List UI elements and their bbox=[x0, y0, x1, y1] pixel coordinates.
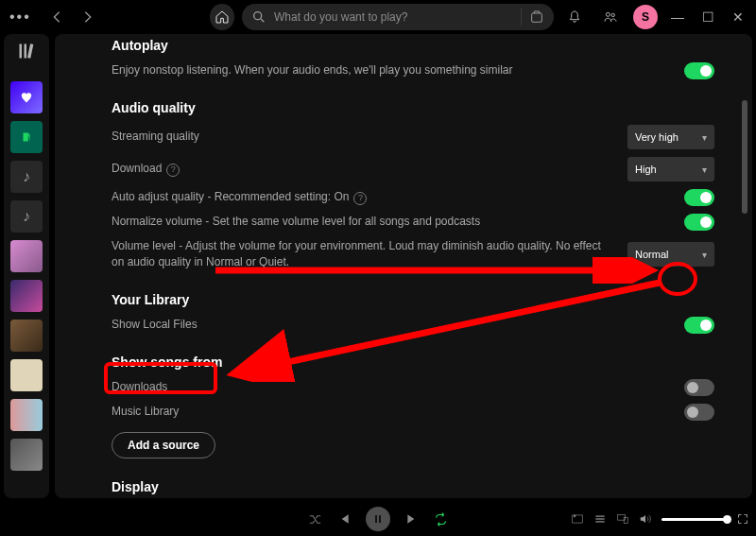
section-title-audio-quality: Audio quality bbox=[112, 100, 714, 115]
sidebar-item-album-6[interactable] bbox=[10, 439, 43, 471]
show-local-files-label: Show Local Files bbox=[112, 317, 684, 333]
sidebar-item-album-1[interactable] bbox=[10, 240, 43, 272]
sidebar-item-playlist-1[interactable]: ♪ bbox=[10, 161, 43, 193]
more-menu-icon[interactable]: ••• bbox=[9, 9, 31, 26]
next-button[interactable] bbox=[405, 512, 419, 526]
svg-rect-18 bbox=[624, 517, 627, 523]
svg-rect-2 bbox=[532, 13, 542, 22]
downloads-source-toggle[interactable] bbox=[684, 379, 714, 396]
chevron-down-icon: ▾ bbox=[702, 164, 707, 175]
show-local-files-toggle[interactable] bbox=[684, 317, 714, 334]
browse-icon[interactable] bbox=[529, 9, 544, 25]
sidebar-item-album-3[interactable] bbox=[10, 320, 43, 352]
svg-point-0 bbox=[254, 12, 262, 20]
library-icon[interactable] bbox=[17, 42, 36, 61]
sidebar-item-album-2[interactable] bbox=[10, 280, 43, 312]
svg-rect-12 bbox=[379, 515, 381, 523]
queue-button[interactable] bbox=[593, 512, 607, 526]
help-icon[interactable]: ? bbox=[166, 164, 180, 177]
sidebar-item-liked-songs[interactable] bbox=[10, 81, 43, 113]
section-title-show-songs-from: Show songs from bbox=[112, 354, 714, 370]
play-pause-button[interactable] bbox=[366, 507, 390, 531]
auto-adjust-label: Auto adjust quality - Recommended settin… bbox=[112, 189, 684, 205]
section-title-display: Display bbox=[112, 479, 714, 494]
sidebar-item-your-episodes[interactable] bbox=[10, 121, 43, 153]
streaming-quality-select[interactable]: Very high▾ bbox=[627, 125, 714, 149]
section-title-your-library: Your Library bbox=[112, 292, 714, 307]
svg-rect-6 bbox=[25, 44, 27, 59]
sidebar-item-album-4[interactable] bbox=[10, 359, 43, 391]
normalize-toggle[interactable] bbox=[684, 214, 714, 231]
avatar[interactable]: S bbox=[633, 5, 658, 29]
autoplay-toggle[interactable] bbox=[684, 62, 714, 79]
window-close-button[interactable]: ✕ bbox=[728, 9, 748, 25]
window-maximize-button[interactable]: ☐ bbox=[697, 9, 718, 25]
search-bar[interactable] bbox=[242, 4, 554, 30]
now-playing-view-button[interactable] bbox=[571, 512, 584, 526]
volume-level-select[interactable]: Normal▾ bbox=[627, 242, 714, 267]
svg-point-4 bbox=[611, 13, 614, 16]
svg-rect-7 bbox=[27, 43, 33, 58]
volume-button[interactable] bbox=[639, 512, 652, 526]
svg-rect-11 bbox=[375, 515, 377, 523]
svg-line-1 bbox=[261, 19, 264, 22]
music-library-source-toggle[interactable] bbox=[684, 404, 714, 421]
sidebar: ♪ ♪ bbox=[4, 34, 49, 498]
search-input[interactable] bbox=[274, 10, 513, 24]
repeat-button[interactable] bbox=[434, 512, 448, 527]
autoplay-desc: Enjoy nonstop listening. When your audio… bbox=[112, 62, 684, 78]
help-icon[interactable]: ? bbox=[353, 192, 367, 205]
nav-back-button[interactable] bbox=[44, 4, 69, 30]
chevron-down-icon: ▾ bbox=[702, 250, 707, 260]
fullscreen-button[interactable] bbox=[737, 513, 748, 525]
sidebar-item-playlist-2[interactable]: ♪ bbox=[10, 200, 43, 233]
previous-button[interactable] bbox=[337, 512, 351, 526]
svg-point-3 bbox=[606, 12, 610, 16]
volume-slider[interactable] bbox=[662, 518, 728, 521]
download-quality-label: Download? bbox=[112, 161, 627, 177]
download-quality-select[interactable]: High▾ bbox=[627, 157, 714, 182]
connect-device-button[interactable] bbox=[616, 512, 629, 526]
svg-rect-8 bbox=[25, 133, 28, 141]
chevron-down-icon: ▾ bbox=[702, 132, 707, 143]
add-source-button[interactable]: Add a source bbox=[112, 432, 215, 458]
music-library-source-label: Music Library bbox=[112, 404, 684, 420]
auto-adjust-toggle[interactable] bbox=[684, 189, 714, 206]
search-icon bbox=[251, 9, 266, 25]
player-bar bbox=[0, 502, 756, 536]
sidebar-item-album-5[interactable] bbox=[10, 399, 43, 431]
volume-level-label: Volume level - Adjust the volume for you… bbox=[112, 238, 627, 271]
nav-forward-button[interactable] bbox=[76, 4, 100, 30]
settings-content: Autoplay Enjoy nonstop listening. When y… bbox=[55, 34, 752, 498]
normalize-label: Normalize volume - Set the same volume l… bbox=[112, 214, 684, 230]
scrollbar[interactable] bbox=[742, 100, 747, 214]
window-minimize-button[interactable]: — bbox=[667, 9, 688, 25]
friends-button[interactable] bbox=[597, 4, 624, 30]
shuffle-button[interactable] bbox=[308, 512, 322, 527]
home-button[interactable] bbox=[210, 4, 234, 30]
topbar: ••• S — ☐ ✕ bbox=[0, 0, 756, 34]
svg-rect-5 bbox=[20, 44, 23, 59]
section-title-autoplay: Autoplay bbox=[112, 38, 714, 53]
streaming-quality-label: Streaming quality bbox=[112, 129, 627, 145]
downloads-source-label: Downloads bbox=[112, 379, 684, 395]
notifications-button[interactable] bbox=[561, 4, 588, 30]
